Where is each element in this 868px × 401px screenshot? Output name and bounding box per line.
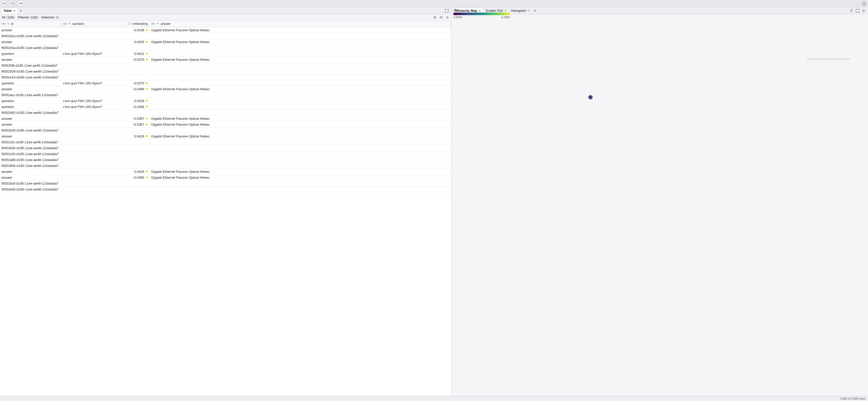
cell-id: answer xyxy=(0,121,61,127)
cell-embedding xyxy=(124,187,150,192)
cell-answer: Gigabit Ethernet Passive Optical Netwo xyxy=(150,175,451,180)
cell-answer xyxy=(150,98,451,104)
cell-embedding xyxy=(124,145,150,151)
filter-icon[interactable] xyxy=(849,8,854,13)
cell-id: f9352928-d195-11ee-ae48-12cbea0a7 xyxy=(0,68,61,74)
gear-icon[interactable] xyxy=(445,15,450,20)
cell-id: answer xyxy=(0,57,61,62)
similarity-map-canvas[interactable] xyxy=(453,22,867,395)
cell-embedding xyxy=(124,127,150,133)
cell-question xyxy=(61,121,124,127)
cell-question xyxy=(61,45,124,51)
right-tabbar: Similarity Map × Scatter Plot × Histogra… xyxy=(452,7,868,15)
table-row[interactable]: f9353102-d195-11ee-ae48-12cbea0a7 xyxy=(0,151,451,157)
value-dot-icon xyxy=(146,135,148,137)
cell-answer xyxy=(150,163,451,168)
column-header-question[interactable]: abc ✎ question xyxy=(61,21,124,27)
table-row[interactable]: f9352a86-d195-11ee-ae48-12cbea0a7 xyxy=(0,157,451,163)
close-icon[interactable]: × xyxy=(13,9,16,12)
cell-embedding xyxy=(124,157,150,163)
cell-question xyxy=(61,180,124,186)
column-header-embedding[interactable]: 1.3 embedding xyxy=(124,21,150,27)
cell-answer: Gigabit Ethernet Passive Optical Netwo xyxy=(150,86,451,92)
add-column-icon[interactable]: ⊕ xyxy=(433,15,437,20)
table-row[interactable]: f9352fd6-d195-11ee-ae48-12cbea0a7 xyxy=(0,62,451,68)
table-row[interactable]: f9352892-d195-11ee-ae48-12cbea0a7 xyxy=(0,110,451,116)
layout-icon[interactable] xyxy=(862,1,866,6)
value-dot-icon xyxy=(146,123,148,125)
tab-table[interactable]: Table × xyxy=(1,8,18,14)
cell-answer xyxy=(150,74,451,80)
table-row[interactable]: questionc'est quoi FttH 10G-Epon?-0.0370 xyxy=(0,80,451,86)
cell-question xyxy=(61,92,124,98)
cell-embedding xyxy=(124,62,150,68)
cell-embedding xyxy=(124,180,150,186)
cell-question xyxy=(61,157,124,163)
scatter-point[interactable] xyxy=(588,95,593,99)
close-icon[interactable]: × xyxy=(528,9,530,12)
table-row[interactable]: answer-0.0370Gigabit Ethernet Passive Op… xyxy=(0,57,451,62)
value-dot-icon xyxy=(146,41,148,43)
cell-embedding xyxy=(124,163,150,168)
cell-id: f9352e14-d195-11ee-ae48-12cbea0a7 xyxy=(0,74,61,80)
cell-question xyxy=(61,187,124,192)
cell-id: f9352d1a-d195-11ee-ae48-12cbea0a7 xyxy=(0,33,61,39)
table-row[interactable]: f9352856-d195-11ee-ae48-12cbea0a7 xyxy=(0,163,451,169)
cell-embedding xyxy=(124,151,150,157)
value-dot-icon xyxy=(146,106,148,108)
cell-embedding: 0.0428 xyxy=(124,133,150,139)
cell-embedding: 0.0435 xyxy=(124,39,150,45)
cell-question xyxy=(61,145,124,151)
table-row[interactable]: questionc'est quoi FttH 10G-Epon?-0.0368 xyxy=(0,104,451,110)
fullscreen-icon[interactable] xyxy=(855,8,860,13)
filter-all[interactable]: All 1198 xyxy=(2,16,15,19)
table-row[interactable]: f9352e00-d195-11ee-ae48-12cbea0a7 xyxy=(0,187,451,192)
visibility-icon[interactable] xyxy=(439,15,443,20)
cell-id: answer xyxy=(0,175,61,180)
table-row[interactable]: f9352c5c-d195-11ee-ae48-12cbea0a7 xyxy=(0,139,451,145)
table-row[interactable]: f93530d0-d195-11ee-ae48-12cbea0a7 xyxy=(0,145,451,151)
table-row[interactable]: answer-0.0367Gigabit Ethernet Passive Op… xyxy=(0,116,451,121)
filter-selected[interactable]: Selected 1 xyxy=(41,16,59,19)
add-tab-button[interactable]: + xyxy=(532,8,538,13)
fullscreen-icon[interactable] xyxy=(444,8,449,13)
table-row[interactable]: answer-0.0369Gigabit Ethernet Passive Op… xyxy=(0,86,451,92)
table-row[interactable]: questionc'est quoi FttH 10G-Epon?0.0432 xyxy=(0,51,451,57)
table-row[interactable]: answer0.0426Gigabit Ethernet Passive Opt… xyxy=(0,169,451,175)
cell-question: c'est quoi FttH 10G-Epon? xyxy=(61,80,124,86)
table-row[interactable]: f9352acc-d195-11ee-ae48-12cbea0a7 xyxy=(0,92,451,98)
table-row[interactable]: answer-0.0365Gigabit Ethernet Passive Op… xyxy=(0,175,451,180)
gear-icon[interactable] xyxy=(861,8,866,13)
cell-id: f9352856-d195-11ee-ae48-12cbea0a7 xyxy=(0,163,61,168)
cell-answer xyxy=(150,33,451,39)
table-row[interactable]: f9352e5a-d195-11ee-ae48-12cbea0a7 xyxy=(0,45,451,51)
table-body[interactable]: answer0.0436Gigabit Ethernet Passive Opt… xyxy=(0,27,451,396)
cell-id: f9352acc-d195-11ee-ae48-12cbea0a7 xyxy=(0,92,61,98)
filter-filtered[interactable]: Filtered 1198 xyxy=(18,16,39,19)
table-row[interactable]: questionc'est quoi FttH 10G-Epon?0.0429 xyxy=(0,98,451,104)
cell-answer: Gigabit Ethernet Passive Optical Netwo xyxy=(150,133,451,139)
table-row[interactable]: answer0.0428Gigabit Ethernet Passive Opt… xyxy=(0,133,451,139)
table-row[interactable]: f9352b30-d195-11ee-ae48-12cbea0a7 xyxy=(0,127,451,133)
value-dot-icon xyxy=(146,53,148,55)
tab-histogram[interactable]: Histogram × xyxy=(509,8,532,14)
cell-id: f9352892-d195-11ee-ae48-12cbea0a7 xyxy=(0,110,61,115)
table-row[interactable]: answer0.0436Gigabit Ethernet Passive Opt… xyxy=(0,27,451,33)
cell-embedding: -0.0369 xyxy=(124,86,150,92)
add-filter-button[interactable]: +▽ xyxy=(2,1,8,6)
table-row[interactable]: answer0.0435Gigabit Ethernet Passive Opt… xyxy=(0,39,451,45)
table-row[interactable]: f9352e14-d195-11ee-ae48-12cbea0a7 xyxy=(0,74,451,80)
column-header-answer[interactable]: abc ✎ answer xyxy=(150,21,451,27)
cell-embedding xyxy=(124,92,150,98)
table-row[interactable]: f9352bc6-d195-11ee-ae48-12cbea0a7 xyxy=(0,180,451,187)
cell-question: c'est quoi FttH 10G-Epon? xyxy=(61,51,124,56)
column-header-id[interactable]: abc ✎ id xyxy=(0,21,61,27)
add-tab-button[interactable]: + xyxy=(18,8,24,13)
add-column-button[interactable]: +⌗ xyxy=(18,1,24,6)
cell-embedding xyxy=(124,139,150,145)
add-highlight-button[interactable]: +◯ xyxy=(9,1,17,6)
table-row[interactable]: answer-0.0367Gigabit Ethernet Passive Op… xyxy=(0,121,451,127)
table-row[interactable]: f9352d1a-d195-11ee-ae48-12cbea0a7 xyxy=(0,33,451,39)
table-row[interactable]: f9352928-d195-11ee-ae48-12cbea0a7 xyxy=(0,68,451,74)
cell-question xyxy=(61,169,124,174)
